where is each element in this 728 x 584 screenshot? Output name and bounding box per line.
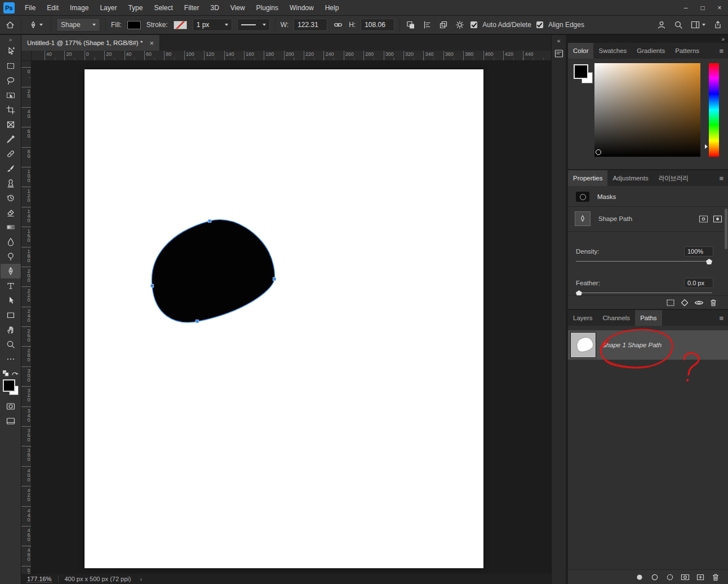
panel-tab[interactable]: Adjustments bbox=[607, 170, 653, 186]
gradient-tool[interactable] bbox=[1, 220, 21, 235]
ruler-origin-corner[interactable] bbox=[21, 51, 32, 61]
blur-tool[interactable] bbox=[1, 235, 21, 249]
stroke-swatch[interactable] bbox=[173, 20, 188, 30]
menu-item[interactable]: Help bbox=[319, 0, 345, 15]
panel-menu-icon[interactable]: ≡ bbox=[714, 310, 728, 326]
anchor-point[interactable] bbox=[150, 284, 154, 287]
menu-item[interactable]: Layer bbox=[94, 0, 122, 15]
add-mask-from-path-icon[interactable] bbox=[681, 573, 690, 582]
new-path-icon[interactable] bbox=[696, 573, 705, 582]
workspace-switcher-button[interactable] bbox=[690, 19, 707, 30]
apply-mask-icon[interactable] bbox=[680, 298, 689, 307]
menu-item[interactable]: File bbox=[19, 0, 41, 15]
panel-tab[interactable]: Properties bbox=[568, 170, 607, 186]
swap-colors-icon[interactable] bbox=[11, 370, 19, 377]
align-edges-checkbox[interactable] bbox=[536, 21, 543, 28]
menu-item[interactable]: Window bbox=[284, 0, 319, 15]
collapse-dock-button[interactable]: » bbox=[721, 36, 725, 42]
delete-path-icon[interactable] bbox=[711, 573, 720, 582]
panel-tab[interactable]: Layers bbox=[568, 310, 598, 326]
shape-path-thumbnail[interactable] bbox=[575, 211, 591, 226]
rectangular-marquee-tool[interactable] bbox=[1, 59, 21, 73]
tool-mode-select[interactable]: Shape bbox=[56, 18, 100, 32]
history-brush-tool[interactable] bbox=[1, 191, 21, 205]
clone-stamp-tool[interactable] bbox=[1, 176, 21, 191]
hue-slider[interactable] bbox=[709, 63, 719, 157]
status-zoom-field[interactable]: 177.16% bbox=[26, 576, 52, 583]
path-operations-button[interactable] bbox=[405, 19, 416, 30]
expand-panels-button[interactable]: « bbox=[557, 37, 560, 44]
auto-add-delete-checkbox[interactable] bbox=[470, 21, 477, 28]
menu-item[interactable]: Select bbox=[148, 0, 178, 15]
panel-tab[interactable]: Channels bbox=[598, 310, 636, 326]
menu-item[interactable]: 3D bbox=[205, 0, 224, 15]
menu-item[interactable]: Image bbox=[64, 0, 94, 15]
anchor-point[interactable] bbox=[273, 277, 276, 281]
quick-mask-button[interactable] bbox=[1, 399, 21, 414]
shape-path-outline[interactable] bbox=[152, 220, 274, 322]
density-slider[interactable] bbox=[576, 258, 712, 265]
panel-tab[interactable]: Gradients bbox=[632, 43, 670, 59]
panel-menu-icon[interactable]: ≡ bbox=[714, 170, 728, 186]
menu-item[interactable]: View bbox=[225, 0, 251, 15]
rectangle-tool[interactable] bbox=[1, 308, 21, 322]
screen-mode-button[interactable] bbox=[1, 414, 21, 428]
feather-value-field[interactable]: 0.0 px bbox=[684, 278, 713, 288]
panel-tab[interactable]: Paths bbox=[635, 310, 662, 326]
menu-item[interactable]: Filter bbox=[179, 0, 205, 15]
density-slider-knob[interactable] bbox=[706, 259, 712, 264]
stroke-style-select[interactable] bbox=[237, 19, 270, 31]
pen-options-button[interactable] bbox=[454, 19, 465, 30]
account-button[interactable] bbox=[656, 19, 667, 30]
object-selection-tool[interactable] bbox=[1, 88, 21, 103]
hue-slider-marker[interactable] bbox=[705, 144, 708, 149]
canvas-viewport[interactable] bbox=[32, 61, 551, 574]
trash-icon[interactable] bbox=[709, 298, 718, 307]
panel-tab[interactable]: Patterns bbox=[670, 43, 704, 59]
type-tool[interactable] bbox=[1, 278, 21, 293]
frame-tool[interactable] bbox=[1, 117, 21, 132]
hand-tool[interactable] bbox=[1, 322, 21, 337]
panel-menu-icon[interactable]: ≡ bbox=[714, 43, 728, 59]
menu-item[interactable]: Edit bbox=[41, 0, 64, 15]
foreground-color-swatch[interactable] bbox=[3, 379, 15, 392]
eraser-tool[interactable] bbox=[1, 205, 21, 220]
path-alignment-button[interactable] bbox=[421, 19, 433, 30]
crop-tool[interactable] bbox=[1, 103, 21, 117]
share-button[interactable] bbox=[712, 19, 723, 30]
anchor-point[interactable] bbox=[196, 320, 199, 323]
fill-swatch[interactable] bbox=[127, 20, 141, 30]
default-colors-icon[interactable] bbox=[2, 370, 9, 377]
stroke-width-field[interactable]: 1 px bbox=[193, 19, 232, 31]
search-button[interactable] bbox=[673, 19, 684, 30]
load-selection-from-mask-icon[interactable] bbox=[666, 298, 675, 307]
move-tool[interactable] bbox=[1, 44, 21, 59]
panel-tab[interactable]: Swatches bbox=[593, 43, 632, 59]
foreground-color-swatch[interactable] bbox=[574, 64, 588, 79]
path-selection-tool[interactable] bbox=[1, 293, 21, 308]
edit-toolbar[interactable] bbox=[1, 352, 21, 366]
zoom-tool[interactable] bbox=[1, 337, 21, 352]
add-vector-mask-icon[interactable] bbox=[699, 215, 708, 223]
anchor-point[interactable] bbox=[208, 219, 211, 223]
link-dimensions-button[interactable] bbox=[332, 19, 344, 30]
path-list-item[interactable]: Shape 1 Shape Path bbox=[568, 330, 728, 360]
shape-height-field[interactable]: 108.06 bbox=[361, 19, 394, 31]
document-canvas[interactable] bbox=[85, 69, 483, 568]
eye-icon[interactable] bbox=[694, 298, 704, 307]
stroke-path-icon[interactable] bbox=[650, 573, 659, 582]
document-tab[interactable]: Untitled-1 @ 177% (Shape 1, RGB/8#) * × bbox=[21, 35, 160, 51]
panel-tab[interactable]: 라이브러리 bbox=[654, 170, 694, 186]
maximize-button[interactable]: □ bbox=[694, 0, 711, 15]
load-path-as-selection-icon[interactable] bbox=[665, 573, 674, 582]
mask-target-icon[interactable] bbox=[713, 215, 722, 223]
close-button[interactable]: × bbox=[711, 0, 728, 15]
pen-tool[interactable] bbox=[1, 264, 21, 278]
menu-item[interactable]: Type bbox=[122, 0, 148, 15]
eyedropper-tool[interactable] bbox=[1, 132, 21, 147]
panel-tab[interactable]: Color bbox=[568, 43, 593, 59]
density-value-field[interactable]: 100% bbox=[684, 246, 713, 256]
saturation-brightness-picker[interactable] bbox=[594, 63, 700, 157]
menu-item[interactable]: Plugins bbox=[251, 0, 284, 15]
lasso-tool[interactable] bbox=[1, 73, 21, 88]
